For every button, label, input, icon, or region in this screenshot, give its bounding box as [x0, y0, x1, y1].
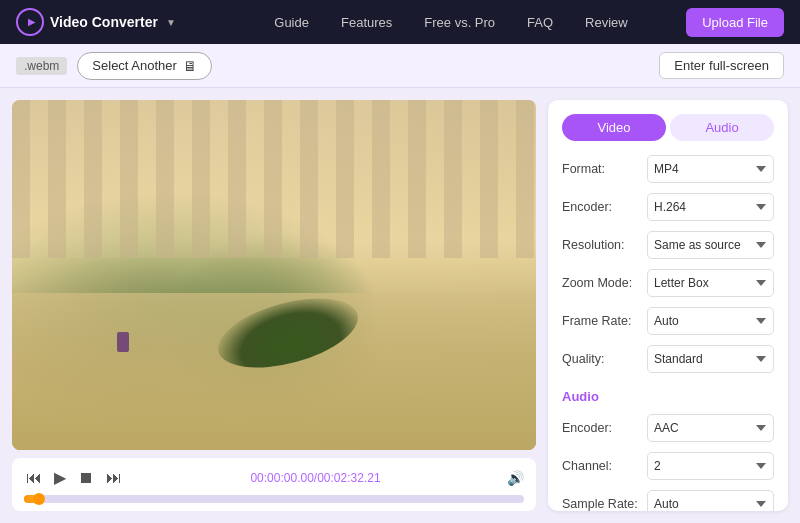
audio-section-label: Audio — [562, 389, 774, 404]
toolbar-left: .webm Select Another 🖥 — [16, 52, 212, 80]
audio-encoder-select[interactable]: AAC — [647, 414, 774, 442]
upload-file-button[interactable]: Upload File — [686, 8, 784, 37]
fast-forward-button[interactable]: ⏭ — [104, 467, 124, 489]
format-select[interactable]: MP4 — [647, 155, 774, 183]
samplerate-select[interactable]: Auto — [647, 490, 774, 511]
select-another-label: Select Another — [92, 58, 177, 73]
file-name-label: .webm — [16, 57, 67, 75]
monitor-icon: 🖥 — [183, 58, 197, 74]
quality-row: Quality: Standard — [562, 345, 774, 373]
resolution-select[interactable]: Same as source — [647, 231, 774, 259]
framerate-row: Frame Rate: Auto — [562, 307, 774, 335]
top-nav: Video Converter ▼ Guide Features Free vs… — [0, 0, 800, 44]
nav-features[interactable]: Features — [341, 15, 392, 30]
encoder-video-row: Encoder: H.264 — [562, 193, 774, 221]
nav-freevspro[interactable]: Free vs. Pro — [424, 15, 495, 30]
framerate-label: Frame Rate: — [562, 314, 647, 328]
main-content: ⏮ ▶ ⏹ ⏭ 00:00:00.00/00:02:32.21 🔊 Video … — [0, 88, 800, 523]
video-preview — [12, 100, 536, 450]
channel-select[interactable]: 2 — [647, 452, 774, 480]
zoom-row: Zoom Mode: Letter Box — [562, 269, 774, 297]
quality-label: Quality: — [562, 352, 647, 366]
progress-bar[interactable] — [24, 495, 524, 503]
settings-tabs: Video Audio — [562, 114, 774, 141]
nav-review[interactable]: Review — [585, 15, 628, 30]
channel-row: Channel: 2 — [562, 452, 774, 480]
video-figure — [117, 332, 129, 352]
brand-name: Video Converter — [50, 14, 158, 30]
encoder-video-label: Encoder: — [562, 200, 647, 214]
resolution-row: Resolution: Same as source — [562, 231, 774, 259]
stop-button[interactable]: ⏹ — [76, 467, 96, 489]
fullscreen-button[interactable]: Enter full-screen — [659, 52, 784, 79]
nav-links: Guide Features Free vs. Pro FAQ Review — [216, 15, 686, 30]
volume-button[interactable]: 🔊 — [507, 470, 524, 486]
controls-buttons-row: ⏮ ▶ ⏹ ⏭ 00:00:00.00/00:02:32.21 🔊 — [24, 466, 524, 489]
video-panel: ⏮ ▶ ⏹ ⏭ 00:00:00.00/00:02:32.21 🔊 — [0, 88, 548, 523]
quality-select[interactable]: Standard — [647, 345, 774, 373]
progress-thumb[interactable] — [33, 493, 45, 505]
rewind-button[interactable]: ⏮ — [24, 467, 44, 489]
nav-faq[interactable]: FAQ — [527, 15, 553, 30]
tab-audio[interactable]: Audio — [670, 114, 774, 141]
audio-encoder-label: Encoder: — [562, 421, 647, 435]
play-button[interactable]: ▶ — [52, 466, 68, 489]
select-another-button[interactable]: Select Another 🖥 — [77, 52, 212, 80]
time-display: 00:00:00.00/00:02:32.21 — [132, 471, 499, 485]
brand-chevron: ▼ — [166, 17, 176, 28]
video-arches — [12, 100, 536, 258]
encoder-video-select[interactable]: H.264 — [647, 193, 774, 221]
audio-encoder-row: Encoder: AAC — [562, 414, 774, 442]
samplerate-row: Sample Rate: Auto — [562, 490, 774, 511]
resolution-label: Resolution: — [562, 238, 647, 252]
samplerate-label: Sample Rate: — [562, 497, 647, 511]
nav-guide[interactable]: Guide — [274, 15, 309, 30]
channel-label: Channel: — [562, 459, 647, 473]
framerate-select[interactable]: Auto — [647, 307, 774, 335]
video-controls: ⏮ ▶ ⏹ ⏭ 00:00:00.00/00:02:32.21 🔊 — [12, 458, 536, 511]
format-label: Format: — [562, 162, 647, 176]
zoom-label: Zoom Mode: — [562, 276, 647, 290]
toolbar: .webm Select Another 🖥 Enter full-screen — [0, 44, 800, 88]
zoom-select[interactable]: Letter Box — [647, 269, 774, 297]
settings-panel: Video Audio Format: MP4 Encoder: H.264 R… — [548, 100, 788, 511]
format-row: Format: MP4 — [562, 155, 774, 183]
current-time: 00:00:00.00 — [250, 471, 313, 485]
total-time: 00:02:32.21 — [317, 471, 380, 485]
tab-video[interactable]: Video — [562, 114, 666, 141]
logo-icon — [16, 8, 44, 36]
brand-logo[interactable]: Video Converter ▼ — [16, 8, 176, 36]
